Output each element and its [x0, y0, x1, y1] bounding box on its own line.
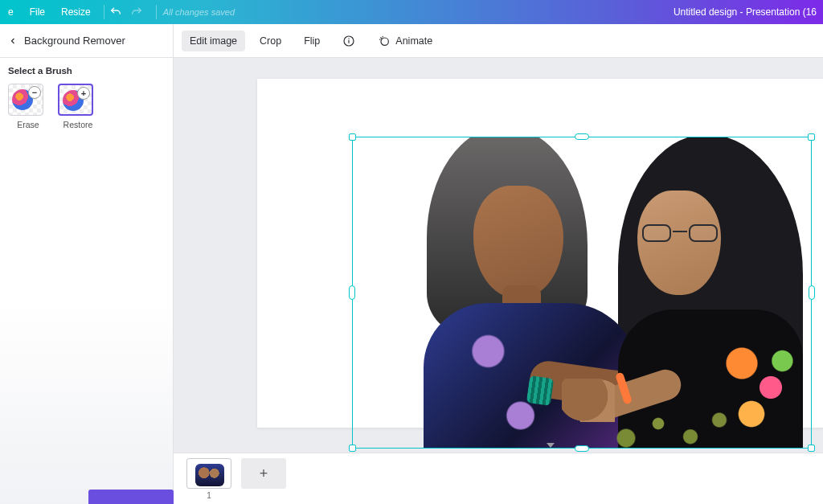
resize-handle-bottom[interactable]: [575, 445, 589, 452]
page-number: 1: [186, 491, 231, 500]
resize-handle-left[interactable]: [349, 285, 355, 300]
image-selection[interactable]: [352, 137, 812, 449]
brush-restore[interactable]: + Restore: [58, 84, 98, 129]
image-tools: Edit image Crop Flip Animate: [174, 24, 448, 57]
context-toolbar: Background Remover Edit image Crop Flip …: [0, 24, 823, 58]
selected-image[interactable]: [353, 137, 811, 448]
resize-handle-tl[interactable]: [349, 133, 356, 141]
save-status: All changes saved: [163, 7, 235, 17]
resize-handle-bl[interactable]: [349, 445, 356, 452]
brush-options: − Erase + Restore: [8, 84, 165, 129]
resize-handle-tr[interactable]: [808, 133, 815, 141]
panel-header: Background Remover: [0, 24, 174, 57]
top-menu-bar: e File Resize All changes saved Untitled…: [0, 0, 823, 24]
animate-label: Animate: [395, 35, 432, 47]
page-thumbnail-1[interactable]: 1: [186, 458, 231, 500]
brush-section-label: Select a Brush: [8, 66, 165, 76]
menu-separator: [156, 5, 157, 19]
page-indicator-icon: [547, 443, 555, 448]
info-button[interactable]: [334, 30, 363, 52]
panel-title: Background Remover: [24, 35, 125, 47]
redo-icon: [130, 6, 151, 18]
animate-button[interactable]: Animate: [370, 30, 440, 52]
brush-restore-label: Restore: [58, 120, 98, 129]
resize-handle-br[interactable]: [808, 445, 815, 452]
svg-point-2: [349, 38, 350, 39]
svg-point-3: [381, 38, 388, 45]
editor-stage[interactable]: 1 +: [174, 58, 823, 504]
brush-erase[interactable]: − Erase: [8, 84, 48, 129]
info-icon: [342, 35, 355, 47]
resize-handle-top[interactable]: [575, 133, 589, 140]
brush-restore-thumb: +: [58, 84, 93, 116]
file-menu[interactable]: File: [22, 6, 53, 18]
add-page-button[interactable]: +: [241, 458, 286, 489]
edit-image-button[interactable]: Edit image: [182, 31, 245, 51]
brush-erase-label: Erase: [8, 120, 48, 129]
back-icon[interactable]: [8, 36, 18, 46]
panel-accent: [88, 490, 174, 504]
main-split: Select a Brush − Erase + Restore: [0, 58, 823, 504]
resize-menu[interactable]: Resize: [53, 6, 99, 18]
background-remover-panel: Select a Brush − Erase + Restore: [0, 58, 174, 504]
crop-button[interactable]: Crop: [252, 31, 289, 51]
page-thumbnail-strip: 1 +: [174, 453, 823, 504]
home-menu[interactable]: e: [5, 6, 22, 18]
plus-icon: +: [77, 87, 90, 100]
page-thumbnail-preview: [186, 458, 231, 489]
undo-icon[interactable]: [109, 6, 130, 18]
minus-icon: −: [28, 86, 41, 99]
slide-canvas[interactable]: [257, 79, 823, 428]
menu-separator: [104, 5, 104, 19]
flip-button[interactable]: Flip: [296, 31, 328, 51]
resize-handle-right[interactable]: [809, 285, 815, 300]
brush-erase-thumb: −: [8, 84, 43, 116]
animate-icon: [378, 35, 391, 47]
document-title[interactable]: Untitled design - Presentation (16: [674, 6, 817, 18]
